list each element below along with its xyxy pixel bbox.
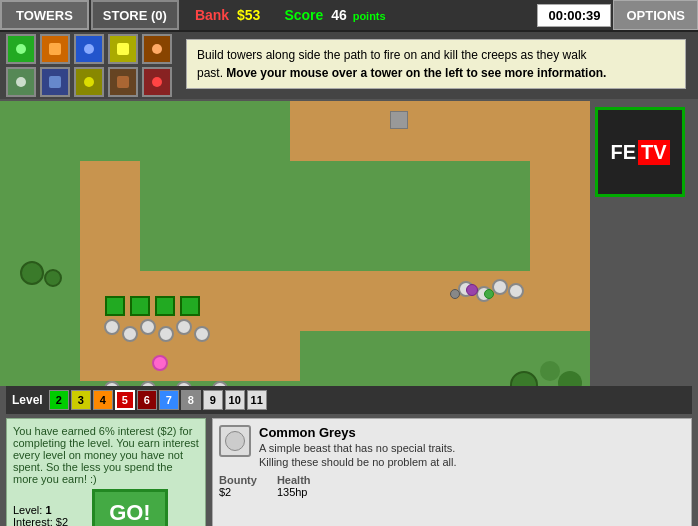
tower-gray[interactable] — [6, 67, 36, 97]
creep-13 — [140, 381, 156, 386]
tower-brown[interactable] — [142, 34, 172, 64]
health-label: Health — [277, 474, 311, 486]
level-4[interactable]: 4 — [93, 390, 113, 410]
creep-7 — [140, 319, 156, 335]
score-value: 46 — [331, 7, 347, 23]
tower-red[interactable] — [142, 67, 172, 97]
info-line1: Build towers along side the path to fire… — [197, 48, 587, 62]
score-area: Score 46 points — [284, 7, 385, 23]
tower-blue[interactable] — [74, 34, 104, 64]
map-tower-4 — [180, 296, 200, 316]
options-button[interactable]: OPTIONS — [613, 0, 698, 30]
go-button[interactable]: GO! — [92, 489, 168, 526]
fetv-box: FE TV — [595, 107, 685, 197]
bank-area: Bank $53 — [195, 7, 260, 23]
bush-4 — [540, 361, 560, 381]
bounty-label: Bounty — [219, 474, 257, 486]
bottom-section: You have earned 6% interest ($2) for com… — [0, 418, 698, 526]
creep-4 — [508, 283, 524, 299]
creep-11 — [104, 381, 120, 386]
interest-label: Interest: — [13, 516, 53, 526]
tower-green[interactable] — [6, 34, 36, 64]
game-map[interactable] — [0, 101, 590, 386]
right-panel: FE TV — [590, 101, 690, 386]
ball-1 — [450, 289, 460, 299]
tower-orange[interactable] — [40, 34, 70, 64]
level-bar: Level 2 3 4 5 6 7 8 9 10 11 — [6, 386, 692, 414]
level-11[interactable]: 11 — [247, 390, 267, 410]
bush-5 — [558, 371, 582, 386]
path-top — [290, 101, 590, 161]
level-2[interactable]: 2 — [49, 390, 69, 410]
left-info-panel: You have earned 6% interest ($2) for com… — [6, 418, 206, 526]
towers-button[interactable]: TOWERS — [0, 0, 89, 30]
level-display: Level: 1 — [13, 504, 74, 516]
level-3[interactable]: 3 — [71, 390, 91, 410]
health-value: 135hp — [277, 486, 311, 498]
level-7[interactable]: 7 — [159, 390, 179, 410]
level-5[interactable]: 5 — [115, 390, 135, 410]
level-10[interactable]: 10 — [225, 390, 245, 410]
monster-details: Common Greys A simple beast that has no … — [259, 425, 457, 468]
tower-yellow[interactable] — [108, 34, 138, 64]
creep-15 — [176, 381, 192, 386]
level-9[interactable]: 9 — [203, 390, 223, 410]
creep-6 — [122, 326, 138, 342]
info-line2: past. Move your mouse over a tower on th… — [197, 66, 606, 80]
bank-label: Bank — [195, 7, 229, 23]
creep-9 — [176, 319, 192, 335]
level-value: 1 — [45, 504, 51, 516]
monster-info-panel: Common Greys A simple beast that has no … — [212, 418, 692, 526]
top-bar: TOWERS STORE (0) Bank $53 Score 46 point… — [0, 0, 698, 32]
bank-value: $53 — [237, 7, 260, 23]
creep-3 — [492, 279, 508, 295]
ball-2 — [484, 289, 494, 299]
score-label: Score — [284, 7, 323, 23]
bush-2 — [44, 269, 62, 287]
monster-desc1: A simple beast that has no special trait… — [259, 442, 457, 454]
tower-icons — [6, 34, 172, 97]
creep-pink — [152, 355, 168, 371]
health-stat: Health 135hp — [277, 474, 311, 498]
tower-darkblue[interactable] — [40, 67, 70, 97]
level-bar-label: Level — [12, 393, 43, 407]
level-6[interactable]: 6 — [137, 390, 157, 410]
bounty-value: $2 — [219, 486, 257, 498]
monster-name: Common Greys — [259, 425, 457, 440]
monster-desc2: Killing these should be no problem at al… — [259, 456, 457, 468]
bush-1 — [20, 261, 44, 285]
monster-icon — [219, 425, 251, 457]
interest-display: Interest: $2 — [13, 516, 74, 526]
creep-17 — [212, 381, 228, 386]
tower-yellow2[interactable] — [74, 67, 104, 97]
creep-5 — [104, 319, 120, 335]
creep-10 — [194, 326, 210, 342]
fetv-fe-text: FE — [610, 141, 636, 164]
monster-stats: Bounty $2 Health 135hp — [219, 474, 685, 498]
bounty-stat: Bounty $2 — [219, 474, 257, 498]
bush-3 — [510, 371, 538, 386]
store-button[interactable]: STORE (0) — [91, 0, 179, 30]
interest-value: $2 — [56, 516, 68, 526]
monster-row: Common Greys A simple beast that has no … — [219, 425, 685, 468]
level-label-txt: Level: — [13, 504, 42, 516]
ball-special — [466, 284, 478, 296]
score-pts: points — [353, 10, 386, 22]
creep-8 — [158, 326, 174, 342]
map-tower-3 — [155, 296, 175, 316]
tower-brown2[interactable] — [108, 67, 138, 97]
info-box: Build towers along side the path to fire… — [186, 39, 686, 89]
interest-description: You have earned 6% interest ($2) for com… — [13, 425, 199, 485]
level-8[interactable]: 8 — [181, 390, 201, 410]
map-tower-1 — [105, 296, 125, 316]
map-tower-2 — [130, 296, 150, 316]
timer: 00:00:39 — [537, 4, 611, 27]
fetv-tv-text: TV — [638, 140, 670, 165]
